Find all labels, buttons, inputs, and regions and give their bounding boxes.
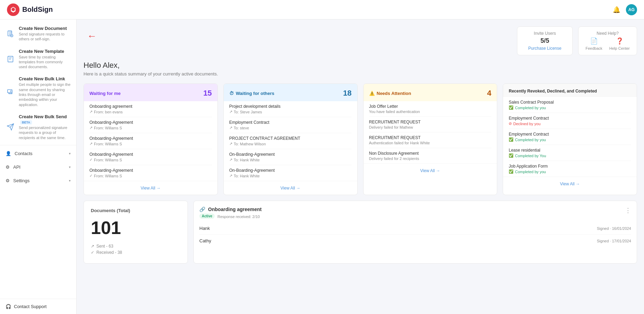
- doc-sub: Authentication failed for Hank White: [369, 141, 492, 145]
- sidebar-item-new-bulk-send[interactable]: Create New Bulk Send BETA Send personali…: [0, 111, 76, 144]
- new-bulk-link-desc: Get multiple people to sign the same doc…: [19, 82, 71, 107]
- bottom-grid: Documents (Total) 101 ↗ Sent - 63 ✓ Rece…: [84, 201, 637, 264]
- doc-total-stats: ↗ Sent - 63 ✓ Received - 38: [91, 244, 181, 255]
- sidebar-item-api[interactable]: ⚙ API ▾: [0, 160, 76, 174]
- waiting-for-me-view-all[interactable]: View All →: [141, 186, 160, 191]
- recent-status: ✅ Completed by you: [509, 137, 631, 142]
- needs-attention-count: 4: [487, 89, 491, 98]
- new-template-icon: [6, 54, 15, 64]
- needs-attention-title: ⚠️ Needs Attention: [369, 91, 411, 96]
- declined-icon: ⊘: [509, 121, 512, 126]
- needs-attention-footer: View All →: [364, 163, 497, 177]
- sidebar-nav-contacts-left: 👤 Contacts: [6, 151, 32, 156]
- check-circle-icon: ✅: [509, 153, 514, 158]
- doc-name: PROJECT CONTRACT AGREEMENT: [229, 136, 352, 141]
- main-content: Invite Users 5/5 Purchase License Need H…: [77, 19, 644, 271]
- header-right: 🔔 AG: [613, 4, 637, 15]
- contacts-chevron-icon: ▾: [69, 152, 71, 155]
- settings-chevron-icon: ▾: [69, 179, 71, 183]
- doc-sub: You have failed authentication: [369, 110, 492, 114]
- link-icon: 🔗: [199, 207, 205, 212]
- sidebar-item-new-template[interactable]: Create New Template Save time by creatin…: [0, 45, 76, 73]
- logo-text: BoldSign: [22, 6, 53, 14]
- response-text: Response received: 2/10: [217, 215, 260, 219]
- documents-total-card: Documents (Total) 101 ↗ Sent - 63 ✓ Rece…: [84, 201, 188, 264]
- invite-label: Invite Users: [524, 31, 565, 36]
- new-template-title: Create New Template: [19, 49, 71, 54]
- waiting-for-others-view-all[interactable]: View All →: [280, 186, 300, 191]
- doc-sub: ↗ To: Hank White: [229, 174, 352, 178]
- doc-name: RECRUITMENT REQUEST: [369, 135, 492, 140]
- dashboard-grid: Waiting for me 15 Onboarding agreement ↗…: [84, 83, 637, 195]
- active-badge: Active: [199, 214, 215, 219]
- doc-sub: ↗ From: Willams S: [89, 126, 212, 130]
- clock-icon: ⏱: [229, 91, 234, 96]
- doc-name: Onboarding-Agreement: [89, 136, 212, 141]
- waiting-for-others-footer: View All →: [224, 181, 357, 195]
- header: BoldSign 🔔 AG: [0, 0, 644, 19]
- svg-rect-3: [8, 89, 12, 92]
- doc-sub: Delivery failed for 2 recipients: [369, 156, 492, 161]
- warning-icon: ⚠️: [369, 91, 375, 96]
- waiting-for-others-body: Project development details ↗ To: Steve …: [224, 101, 357, 181]
- sidebar-nav-settings-left: ⚙ Settings: [6, 178, 30, 183]
- notification-button[interactable]: 🔔: [613, 6, 620, 14]
- help-center-item[interactable]: ❓ Help Center: [609, 37, 630, 50]
- needs-attention-view-all[interactable]: View All →: [420, 168, 440, 173]
- sidebar-item-new-document[interactable]: Create New Document Send signature reque…: [0, 22, 76, 45]
- help-center-label: Help Center: [609, 46, 630, 50]
- doc-sub: ↗ From: ben evans: [89, 110, 212, 114]
- new-document-content: Create New Document Send signature reque…: [19, 26, 71, 42]
- three-dots-menu[interactable]: ⋮: [625, 207, 631, 214]
- doc-received-stat: ✓ Received - 38: [91, 250, 181, 255]
- welcome-greeting: Hello Alex,: [84, 61, 637, 70]
- doc-name: Onboarding-Agreement: [89, 152, 212, 157]
- invite-value: 5/5: [524, 37, 565, 45]
- doc-sub: ↗ To: Steve James: [229, 110, 352, 114]
- recent-name: Employment Contract: [509, 132, 631, 137]
- list-item: Onboarding-Agreement ✓ From: Willams S: [89, 165, 212, 181]
- signer-row: Hank Signed · 16/01/2024: [199, 222, 631, 235]
- recently-revoked-title: Recently Revoked, Declined, and Complete…: [509, 89, 597, 94]
- welcome-section: Hello Alex, Here is a quick status summa…: [84, 61, 637, 77]
- recently-revoked-footer: View All →: [503, 177, 637, 191]
- new-bulk-send-icon: [6, 122, 15, 132]
- new-bulk-send-content: Create New Bulk Send BETA Send personali…: [19, 114, 71, 140]
- doc-name: Onboarding-Agreement: [89, 120, 212, 125]
- list-item: Onboarding-Agreement ↗ From: Willams S: [89, 117, 212, 133]
- doc-name: Onboarding-Agreement: [89, 168, 212, 173]
- beta-badge: BETA: [20, 120, 32, 124]
- sidebar-item-settings[interactable]: ⚙ Settings ▾: [0, 174, 76, 187]
- feedback-icon: 📄: [590, 37, 598, 45]
- new-template-desc: Save time by creating templates from com…: [19, 55, 71, 70]
- sidebar-item-contacts[interactable]: 👤 Contacts ▾: [0, 147, 76, 160]
- logo-area: BoldSign: [7, 3, 53, 16]
- doc-name: Non Disclosure Agreement: [369, 151, 492, 156]
- new-bulk-link-content: Create New Bulk Link Get multiple people…: [19, 76, 71, 107]
- list-item: On-Boarding-Agreement ↗ To: Hank White: [229, 165, 352, 181]
- signer-status: Signed · 17/01/2024: [597, 239, 631, 243]
- waiting-for-me-title: Waiting for me: [89, 91, 121, 96]
- recently-revoked-view-all[interactable]: View All →: [560, 182, 580, 186]
- doc-name: Job Offer Letter: [369, 104, 492, 109]
- need-help-label: Need Help?: [586, 31, 630, 36]
- sidebar-item-new-bulk-link[interactable]: Create New Bulk Link Get multiple people…: [0, 73, 76, 110]
- waiting-for-me-footer: View All →: [84, 181, 217, 195]
- needs-attention-card: ⚠️ Needs Attention 4 Job Offer Letter Yo…: [363, 83, 498, 195]
- recent-status: ✅ Completed by you: [509, 169, 631, 174]
- avatar[interactable]: AG: [626, 4, 637, 15]
- onboarding-meta: Active Response received: 2/10: [199, 214, 262, 219]
- waiting-for-others-title: ⏱ Waiting for others: [229, 91, 275, 96]
- list-item: Sales Contract Proposal ✅ Completed by y…: [509, 97, 631, 113]
- doc-sub: ↗ To: steve: [229, 126, 352, 130]
- new-document-title: Create New Document: [19, 26, 71, 31]
- feedback-item[interactable]: 📄 Feedback: [586, 37, 602, 50]
- recent-name: Lease residential: [509, 148, 631, 153]
- new-bulk-link-icon: [6, 87, 15, 97]
- doc-name: RECRUITMENT REQUEST: [369, 120, 492, 124]
- signer-row: Cathy Signed · 17/01/2024: [199, 235, 631, 247]
- purchase-license-link[interactable]: Purchase License: [524, 46, 565, 51]
- list-item: Job Offer Letter You have failed authent…: [369, 101, 492, 117]
- new-document-icon: [6, 29, 15, 39]
- sidebar-nav-api-left: ⚙ API: [6, 164, 21, 170]
